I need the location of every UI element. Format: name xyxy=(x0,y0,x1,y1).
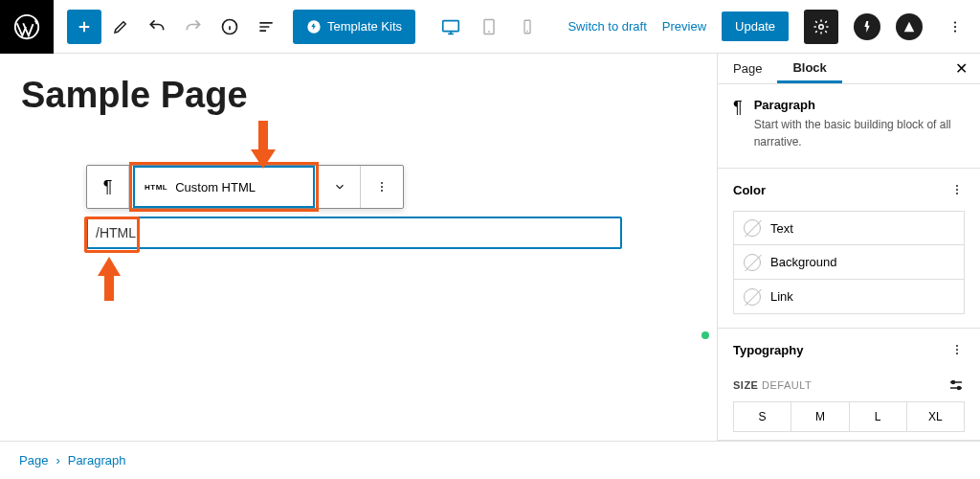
settings-button[interactable] xyxy=(804,10,838,44)
status-indicator-icon xyxy=(702,331,709,339)
custom-html-suggestion[interactable]: HTML Custom HTML xyxy=(133,166,315,208)
swatch-none-icon xyxy=(744,254,761,271)
color-panel-toggle[interactable]: Color xyxy=(718,169,980,211)
svg-point-15 xyxy=(956,193,958,194)
svg-rect-3 xyxy=(443,20,459,31)
paragraph-slash-input[interactable]: /HTML xyxy=(86,217,622,249)
svg-point-12 xyxy=(381,190,383,192)
redo-button xyxy=(176,10,211,44)
panel-options-icon[interactable] xyxy=(949,182,965,197)
add-block-button[interactable] xyxy=(67,10,101,44)
list-view-button[interactable] xyxy=(249,10,283,44)
svg-point-17 xyxy=(956,349,958,351)
tab-block[interactable]: Block xyxy=(777,54,841,83)
jetpack-icon[interactable] xyxy=(854,13,880,40)
color-link-row[interactable]: Link xyxy=(733,280,965,314)
svg-point-10 xyxy=(381,182,383,184)
update-button[interactable]: Update xyxy=(722,11,789,41)
svg-point-18 xyxy=(956,353,958,354)
color-text-row[interactable]: Text xyxy=(733,211,965,245)
block-toolbar: ¶ HTML Custom HTML xyxy=(86,165,404,209)
size-settings-icon[interactable] xyxy=(947,376,965,394)
wp-logo[interactable] xyxy=(0,0,54,54)
svg-point-14 xyxy=(956,189,958,191)
paragraph-block-icon: ¶ xyxy=(733,98,743,150)
edit-tool-button[interactable] xyxy=(103,10,138,44)
close-sidebar-button[interactable]: ✕ xyxy=(942,59,980,78)
block-more-button[interactable] xyxy=(361,166,403,208)
svg-point-7 xyxy=(954,21,956,23)
preview-link[interactable]: Preview xyxy=(662,19,706,34)
svg-point-9 xyxy=(954,30,956,32)
annotation-arrow-up-icon xyxy=(96,257,122,301)
annotation-highlight-box xyxy=(84,217,140,253)
block-description: Start with the basic building block of a… xyxy=(754,116,965,150)
svg-point-20 xyxy=(958,387,961,390)
font-size-options[interactable]: S M L XL xyxy=(733,401,965,432)
panel-options-icon[interactable] xyxy=(949,342,965,357)
svg-point-16 xyxy=(956,345,958,347)
html-badge-icon: HTML xyxy=(145,183,167,192)
tablet-view-icon[interactable] xyxy=(472,10,506,44)
color-panel-label: Color xyxy=(733,183,766,197)
mobile-view-icon[interactable] xyxy=(510,10,545,44)
template-kits-label: Template Kits xyxy=(327,19,402,34)
svg-point-11 xyxy=(381,186,383,188)
page-title[interactable]: Sample Page xyxy=(21,75,717,116)
svg-point-8 xyxy=(954,25,956,27)
more-options-button[interactable] xyxy=(938,10,972,44)
chevron-right-icon: › xyxy=(56,453,59,468)
custom-html-label: Custom HTML xyxy=(175,180,256,194)
tab-page[interactable]: Page xyxy=(718,54,777,83)
svg-point-19 xyxy=(952,381,955,384)
block-name: Paragraph xyxy=(754,98,965,112)
astra-icon[interactable] xyxy=(896,13,923,40)
desktop-view-icon[interactable] xyxy=(434,10,468,44)
typography-panel-toggle[interactable]: Typography xyxy=(718,329,980,371)
svg-point-13 xyxy=(956,185,958,187)
svg-point-6 xyxy=(819,24,824,29)
block-dropdown-button[interactable] xyxy=(319,166,361,208)
swatch-none-icon xyxy=(744,219,761,237)
undo-button[interactable] xyxy=(140,10,174,44)
breadcrumb-root[interactable]: Page xyxy=(19,453,48,468)
typography-panel-label: Typography xyxy=(733,343,803,357)
annotation-arrow-down-icon xyxy=(249,121,278,169)
color-background-row[interactable]: Background xyxy=(733,245,965,280)
info-button[interactable] xyxy=(212,10,247,44)
breadcrumb-current[interactable]: Paragraph xyxy=(68,453,126,468)
breadcrumb: Page › Paragraph xyxy=(0,441,980,479)
template-kits-button[interactable]: Template Kits xyxy=(293,10,415,44)
paragraph-icon[interactable]: ¶ xyxy=(87,166,129,208)
switch-draft-link[interactable]: Switch to draft xyxy=(568,19,646,34)
swatch-none-icon xyxy=(744,288,761,306)
